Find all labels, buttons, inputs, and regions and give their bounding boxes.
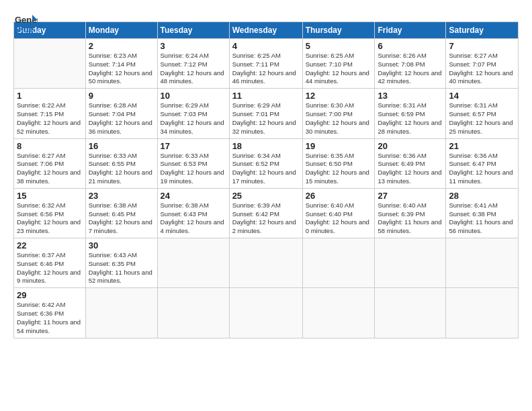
day-cell-25: 25Sunrise: 6:39 AMSunset: 6:42 PMDayligh… [229,188,302,238]
empty-cell [85,288,157,338]
empty-cell [14,39,86,89]
day-number: 12 [306,91,372,101]
day-number: 26 [306,191,372,201]
col-header-thursday: Thursday [302,22,375,39]
col-header-wednesday: Wednesday [229,22,302,39]
day-number: 24 [161,191,226,201]
day-number: 25 [232,191,300,201]
day-cell-26: 26Sunrise: 6:40 AMSunset: 6:40 PMDayligh… [302,188,375,238]
day-number: 14 [449,91,515,101]
day-info: Sunrise: 6:24 AMSunset: 7:12 PMDaylight:… [161,52,226,86]
day-number: 6 [378,41,443,51]
day-number: 28 [449,191,515,201]
day-info: Sunrise: 6:31 AMSunset: 6:59 PMDaylight:… [378,101,443,136]
day-number: 1 [17,91,83,101]
day-info: Sunrise: 6:39 AMSunset: 6:42 PMDaylight:… [232,201,300,236]
calendar-table: SundayMondayTuesdayWednesdayThursdayFrid… [13,21,519,338]
day-info: Sunrise: 6:25 AMSunset: 7:11 PMDaylight:… [232,52,300,86]
empty-cell [375,288,446,338]
day-cell-15: 15Sunrise: 6:32 AMSunset: 6:56 PMDayligh… [14,188,86,238]
empty-cell [446,238,519,288]
col-header-tuesday: Tuesday [157,22,229,39]
day-info: Sunrise: 6:29 AMSunset: 7:01 PMDaylight:… [232,101,300,136]
day-info: Sunrise: 6:37 AMSunset: 6:46 PMDaylight:… [17,251,83,285]
day-info: Sunrise: 6:40 AMSunset: 6:40 PMDaylight:… [306,201,372,236]
calendar-week-1: 1Sunrise: 6:22 AMSunset: 7:15 PMDaylight… [14,89,519,138]
day-cell-5: 5Sunrise: 6:25 AMSunset: 7:10 PMDaylight… [302,39,375,89]
day-cell-21: 21Sunrise: 6:36 AMSunset: 6:47 PMDayligh… [446,138,519,188]
day-cell-6: 6Sunrise: 6:26 AMSunset: 7:08 PMDaylight… [375,39,446,89]
day-info: Sunrise: 6:22 AMSunset: 7:15 PMDaylight:… [17,101,83,136]
day-cell-30: 30Sunrise: 6:43 AMSunset: 6:35 PMDayligh… [85,238,157,288]
day-cell-13: 13Sunrise: 6:31 AMSunset: 6:59 PMDayligh… [375,89,446,138]
logo-icon: General Blue [13,12,38,36]
day-info: Sunrise: 6:31 AMSunset: 6:57 PMDaylight:… [449,101,515,136]
day-number: 7 [449,41,515,51]
empty-cell [375,238,446,288]
day-info: Sunrise: 6:40 AMSunset: 6:39 PMDaylight:… [378,201,443,236]
day-cell-3: 3Sunrise: 6:24 AMSunset: 7:12 PMDaylight… [157,39,229,89]
day-info: Sunrise: 6:27 AMSunset: 7:06 PMDaylight:… [17,152,83,186]
day-cell-19: 19Sunrise: 6:35 AMSunset: 6:50 PMDayligh… [302,138,375,188]
logo: General Blue [13,12,38,15]
day-number: 19 [306,141,372,151]
empty-cell [157,238,229,288]
day-info: Sunrise: 6:41 AMSunset: 6:38 PMDaylight:… [449,201,515,236]
day-number: 21 [449,141,515,151]
day-number: 15 [17,191,83,201]
svg-text:Blue: Blue [15,24,34,34]
day-info: Sunrise: 6:28 AMSunset: 7:04 PMDaylight:… [89,101,154,136]
calendar-week-0: 2Sunrise: 6:23 AMSunset: 7:14 PMDaylight… [14,39,519,89]
header-row: SundayMondayTuesdayWednesdayThursdayFrid… [14,22,519,39]
day-number: 8 [17,141,83,151]
calendar-week-5: 29Sunrise: 6:42 AMSunset: 6:36 PMDayligh… [14,288,519,338]
day-number: 10 [161,91,226,101]
empty-cell [229,238,302,288]
calendar-week-2: 8Sunrise: 6:27 AMSunset: 7:06 PMDaylight… [14,138,519,188]
empty-cell [229,288,302,338]
day-info: Sunrise: 6:36 AMSunset: 6:49 PMDaylight:… [378,152,443,186]
day-cell-9: 9Sunrise: 6:28 AMSunset: 7:04 PMDaylight… [85,89,157,138]
calendar-week-4: 22Sunrise: 6:37 AMSunset: 6:46 PMDayligh… [14,238,519,288]
day-number: 3 [161,41,226,51]
day-cell-27: 27Sunrise: 6:40 AMSunset: 6:39 PMDayligh… [375,188,446,238]
day-info: Sunrise: 6:38 AMSunset: 6:43 PMDaylight:… [161,201,226,236]
day-number: 4 [232,41,300,51]
day-info: Sunrise: 6:33 AMSunset: 6:55 PMDaylight:… [89,152,154,186]
day-number: 30 [89,240,154,250]
day-cell-22: 22Sunrise: 6:37 AMSunset: 6:46 PMDayligh… [14,238,86,288]
day-cell-1: 1Sunrise: 6:22 AMSunset: 7:15 PMDaylight… [14,89,86,138]
day-cell-11: 11Sunrise: 6:29 AMSunset: 7:01 PMDayligh… [229,89,302,138]
day-number: 13 [378,91,443,101]
day-number: 29 [17,290,83,300]
day-info: Sunrise: 6:42 AMSunset: 6:36 PMDaylight:… [17,301,83,335]
day-info: Sunrise: 6:23 AMSunset: 7:14 PMDaylight:… [89,52,154,86]
day-info: Sunrise: 6:33 AMSunset: 6:53 PMDaylight:… [161,152,226,186]
day-info: Sunrise: 6:34 AMSunset: 6:52 PMDaylight:… [232,152,300,186]
day-info: Sunrise: 6:30 AMSunset: 7:00 PMDaylight:… [306,101,372,136]
day-cell-8: 8Sunrise: 6:27 AMSunset: 7:06 PMDaylight… [14,138,86,188]
day-cell-16: 16Sunrise: 6:33 AMSunset: 6:55 PMDayligh… [85,138,157,188]
day-info: Sunrise: 6:43 AMSunset: 6:35 PMDaylight:… [89,251,154,285]
col-header-friday: Friday [375,22,446,39]
day-number: 9 [89,91,154,101]
day-number: 2 [89,41,154,51]
col-header-monday: Monday [85,22,157,39]
day-info: Sunrise: 6:25 AMSunset: 7:10 PMDaylight:… [306,52,372,86]
day-cell-23: 23Sunrise: 6:38 AMSunset: 6:45 PMDayligh… [85,188,157,238]
header: General Blue [13,12,519,15]
day-cell-17: 17Sunrise: 6:33 AMSunset: 6:53 PMDayligh… [157,138,229,188]
day-info: Sunrise: 6:29 AMSunset: 7:03 PMDaylight:… [161,101,226,136]
day-cell-2: 2Sunrise: 6:23 AMSunset: 7:14 PMDaylight… [85,39,157,89]
col-header-saturday: Saturday [446,22,519,39]
calendar-page: General Blue SundayMondayTuesdayWednesda… [0,0,532,345]
day-number: 20 [378,141,443,151]
day-info: Sunrise: 6:36 AMSunset: 6:47 PMDaylight:… [449,152,515,186]
day-cell-14: 14Sunrise: 6:31 AMSunset: 6:57 PMDayligh… [446,89,519,138]
day-cell-10: 10Sunrise: 6:29 AMSunset: 7:03 PMDayligh… [157,89,229,138]
day-number: 18 [232,141,300,151]
day-number: 11 [232,91,300,101]
day-cell-12: 12Sunrise: 6:30 AMSunset: 7:00 PMDayligh… [302,89,375,138]
day-info: Sunrise: 6:35 AMSunset: 6:50 PMDaylight:… [306,152,372,186]
day-cell-29: 29Sunrise: 6:42 AMSunset: 6:36 PMDayligh… [14,288,86,338]
